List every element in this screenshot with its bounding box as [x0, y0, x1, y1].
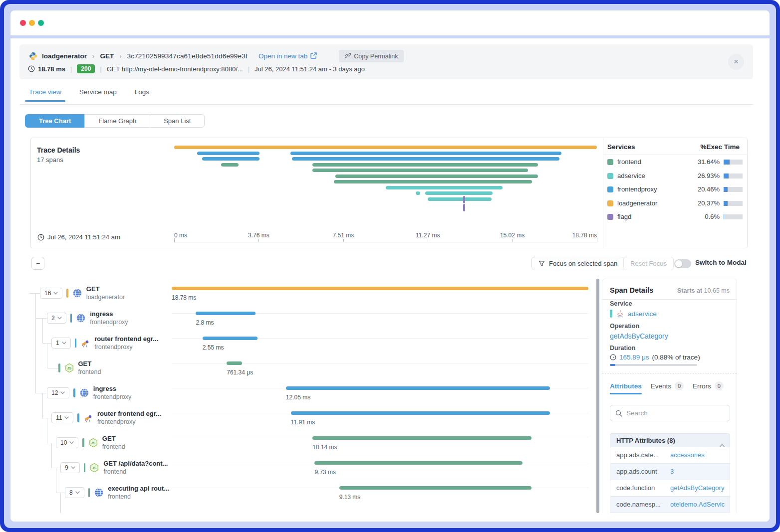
span-expander-chip[interactable]: 1 — [51, 338, 71, 349]
span-tree-row[interactable]: 761.34 μsJSGETfrontend — [19, 355, 593, 380]
span-tree-row[interactable]: 18.78 ms16GETloadgenerator — [19, 281, 593, 306]
switch-to-modal-toggle[interactable] — [674, 259, 691, 268]
span-duration-bar[interactable] — [291, 411, 550, 415]
switcher-span-list[interactable]: Span List — [150, 114, 205, 128]
service-legend-row[interactable]: flagd0.6% — [603, 210, 748, 223]
span-expander-chip[interactable]: 2 — [47, 313, 66, 324]
span-name: GET — [102, 435, 125, 443]
service-exec-fill — [724, 201, 728, 206]
focus-selected-span-button[interactable]: Focus on selected span — [531, 257, 624, 270]
service-name: frontendproxy — [617, 185, 657, 193]
breadcrumb-method[interactable]: GET — [100, 52, 114, 60]
span-tree-row[interactable]: 2.8 ms2ingressfrontendproxy — [19, 306, 593, 331]
span-duration-bar[interactable] — [227, 361, 242, 365]
switcher-tree-chart[interactable]: Tree Chart — [25, 114, 85, 128]
search-icon — [615, 410, 622, 417]
funnel-icon — [538, 260, 545, 267]
span-tree-row[interactable]: 10.14 ms10JSGETfrontend — [19, 430, 593, 455]
open-in-new-tab-label: Open in new tab — [259, 52, 307, 60]
span-expander-chip[interactable]: 9 — [60, 462, 80, 473]
operation-name-link[interactable]: getAdsByCategory — [610, 332, 668, 340]
collapse-all-button[interactable]: − — [31, 257, 44, 270]
http-attributes-header[interactable]: HTTP Attributes (8) — [610, 433, 730, 447]
tab-service-map[interactable]: Service map — [79, 88, 117, 102]
attribute-value[interactable]: getAdsByCategory — [670, 480, 724, 496]
span-expander-chip[interactable]: 8 — [65, 487, 84, 498]
panel-tab-events[interactable]: Events0 — [651, 381, 684, 395]
tree-connector — [47, 368, 58, 368]
service-exec-bar — [724, 187, 743, 192]
span-text: router frontend egr...frontendproxy — [97, 410, 161, 426]
span-tree-row[interactable]: 9.73 ms9JSGET /api/data?cont...frontend — [19, 455, 593, 480]
span-service-tick — [70, 314, 72, 323]
minimap-span-bar — [221, 163, 239, 167]
attribute-value[interactable]: oteldemo.AdServic — [670, 497, 725, 513]
span-service-name: frontend — [102, 443, 125, 451]
duration-value[interactable]: 165.89 μs — [619, 354, 649, 361]
span-duration-label: 2.8 ms — [196, 319, 214, 326]
duration-label: Duration — [610, 345, 635, 352]
traffic-light-maximize[interactable] — [38, 20, 44, 26]
attribute-key: app.ads.cate... — [616, 447, 659, 463]
tab-logs[interactable]: Logs — [135, 88, 149, 102]
service-legend-row[interactable]: frontend31.64% — [603, 155, 748, 169]
span-duration-bar[interactable] — [172, 287, 588, 290]
attribute-row: code.functiongetAdsByCategory — [610, 480, 730, 497]
attributes-search[interactable] — [610, 405, 730, 421]
attribute-value[interactable]: 3 — [670, 464, 674, 480]
service-legend-row[interactable]: frontendproxy20.46% — [603, 182, 748, 196]
panel-tab-errors[interactable]: Errors0 — [693, 381, 724, 395]
span-duration-label: 2.55 ms — [203, 344, 224, 351]
duration-progress-fill — [610, 364, 615, 366]
trace-minimap[interactable]: 0 ms3.76 ms7.51 ms11.27 ms15.02 ms18.78 … — [31, 138, 603, 249]
service-legend-row[interactable]: adservice26.93% — [603, 169, 748, 182]
span-duration-bar[interactable] — [286, 386, 550, 390]
close-icon[interactable]: × — [728, 54, 744, 70]
services-title: Services — [607, 143, 635, 151]
span-name: ingress — [90, 310, 128, 318]
span-text: router frontend egr...frontendproxy — [94, 335, 158, 351]
search-input[interactable] — [626, 409, 725, 417]
span-tree-row[interactable]: 12.05 ms12ingressfrontendproxy — [19, 380, 593, 405]
chevron-down-icon — [57, 317, 62, 320]
axis-tick-mark — [597, 238, 597, 242]
span-tree-row[interactable]: 2.55 ms1router frontend egr...frontendpr… — [19, 331, 593, 355]
breadcrumb-separator: › — [118, 52, 123, 60]
service-name-link[interactable]: adservice — [628, 310, 657, 318]
reset-focus-button[interactable]: Reset Focus — [623, 257, 674, 270]
span-name: GET — [86, 285, 125, 293]
attribute-value[interactable]: accessories — [670, 447, 705, 463]
trace-header-card: loadgenerator › GET › 3c72102599347ca61e… — [19, 44, 753, 79]
vertical-scrollbar[interactable] — [596, 279, 599, 513]
minimap-span-bar — [292, 157, 559, 161]
axis-tick-label: 11.27 ms — [416, 232, 440, 239]
span-expander-chip[interactable]: 11 — [51, 412, 73, 423]
attribute-row: app.ads.cate...accessories — [610, 447, 730, 464]
service-exec-fill — [724, 214, 724, 219]
telescope-icon — [83, 413, 93, 423]
span-duration-bar[interactable] — [203, 337, 258, 340]
service-legend-row[interactable]: loadgenerator20.37% — [603, 196, 748, 210]
tab-trace-view[interactable]: Trace view — [29, 88, 61, 102]
switcher-flame-graph[interactable]: Flame Graph — [84, 114, 150, 128]
span-duration-bar[interactable] — [339, 486, 531, 490]
open-in-new-tab-link[interactable]: Open in new tab — [259, 52, 317, 60]
span-tree-row[interactable]: 11.91 ms11router frontend egr...frontend… — [19, 405, 593, 430]
service-exec-bar — [724, 160, 743, 165]
switch-to-modal-label: Switch to Modal — [695, 259, 747, 266]
span-expander-chip[interactable]: 16 — [40, 288, 62, 299]
span-duration-bar[interactable] — [196, 312, 255, 315]
span-duration-bar[interactable] — [314, 461, 522, 465]
globe-icon — [79, 388, 89, 398]
span-expander-chip[interactable]: 10 — [56, 437, 78, 448]
copy-permalink-button[interactable]: Copy Permalink — [339, 50, 404, 62]
panel-tab-attributes[interactable]: Attributes — [610, 382, 642, 394]
service-exec-percent: 20.46% — [698, 185, 720, 193]
breadcrumb-service[interactable]: loadgenerator — [42, 52, 87, 60]
titlebar — [10, 10, 770, 35]
traffic-light-minimize[interactable] — [29, 20, 35, 26]
span-expander-chip[interactable]: 12 — [47, 387, 69, 398]
span-tree-row[interactable]: 9.13 ms8executing api rout...frontend — [19, 480, 593, 505]
span-duration-bar[interactable] — [312, 436, 531, 440]
traffic-light-close[interactable] — [20, 20, 26, 26]
